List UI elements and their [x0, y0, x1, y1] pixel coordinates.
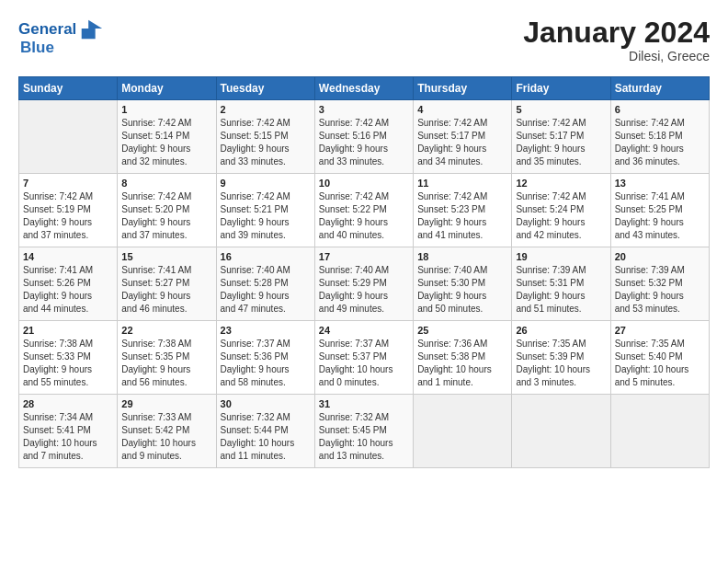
calendar-cell: 2Sunrise: 7:42 AM Sunset: 5:15 PM Daylig… — [216, 100, 314, 174]
calendar-cell: 21Sunrise: 7:38 AM Sunset: 5:33 PM Dayli… — [19, 321, 118, 395]
logo: General Blue — [18, 17, 104, 57]
day-number: 22 — [121, 325, 211, 336]
day-number: 29 — [121, 398, 211, 409]
day-number: 15 — [121, 251, 211, 262]
calendar-cell: 25Sunrise: 7:36 AM Sunset: 5:38 PM Dayli… — [414, 321, 512, 395]
calendar-week-row: 14Sunrise: 7:41 AM Sunset: 5:26 PM Dayli… — [19, 247, 710, 321]
cell-content: Sunrise: 7:32 AM Sunset: 5:44 PM Dayligh… — [221, 411, 311, 463]
calendar-cell: 8Sunrise: 7:42 AM Sunset: 5:20 PM Daylig… — [118, 174, 216, 247]
calendar-cell: 15Sunrise: 7:41 AM Sunset: 5:27 PM Dayli… — [118, 247, 216, 321]
day-number: 31 — [319, 398, 409, 409]
day-number: 17 — [319, 251, 409, 262]
calendar-cell: 28Sunrise: 7:34 AM Sunset: 5:41 PM Dayli… — [19, 395, 118, 468]
day-number: 2 — [221, 104, 311, 115]
day-number: 30 — [221, 398, 311, 409]
calendar-cell: 12Sunrise: 7:42 AM Sunset: 5:24 PM Dayli… — [512, 174, 610, 247]
cell-content: Sunrise: 7:42 AM Sunset: 5:21 PM Dayligh… — [221, 190, 311, 242]
day-number: 6 — [615, 104, 705, 115]
calendar-cell: 17Sunrise: 7:40 AM Sunset: 5:29 PM Dayli… — [314, 247, 413, 321]
calendar-cell — [512, 395, 610, 468]
day-number: 5 — [516, 104, 606, 115]
calendar-cell: 20Sunrise: 7:39 AM Sunset: 5:32 PM Dayli… — [610, 247, 709, 321]
cell-content: Sunrise: 7:42 AM Sunset: 5:15 PM Dayligh… — [221, 117, 311, 168]
day-number: 26 — [516, 325, 606, 336]
cell-content: Sunrise: 7:42 AM Sunset: 5:22 PM Dayligh… — [319, 190, 409, 242]
cell-content: Sunrise: 7:39 AM Sunset: 5:31 PM Dayligh… — [516, 264, 606, 316]
calendar-cell: 31Sunrise: 7:32 AM Sunset: 5:45 PM Dayli… — [314, 395, 413, 468]
day-number: 24 — [319, 325, 409, 336]
cell-content: Sunrise: 7:33 AM Sunset: 5:42 PM Dayligh… — [121, 411, 211, 463]
day-number: 11 — [417, 178, 507, 189]
calendar-cell: 4Sunrise: 7:42 AM Sunset: 5:17 PM Daylig… — [414, 100, 512, 174]
page-title: January 2024 — [523, 17, 710, 49]
calendar-cell: 18Sunrise: 7:40 AM Sunset: 5:30 PM Dayli… — [414, 247, 512, 321]
col-saturday: Saturday — [610, 77, 709, 100]
day-number: 1 — [121, 104, 211, 115]
cell-content: Sunrise: 7:38 AM Sunset: 5:33 PM Dayligh… — [23, 338, 113, 389]
calendar-cell: 26Sunrise: 7:35 AM Sunset: 5:39 PM Dayli… — [512, 321, 610, 395]
cell-content: Sunrise: 7:32 AM Sunset: 5:45 PM Dayligh… — [319, 411, 409, 463]
day-number: 10 — [319, 178, 409, 189]
day-number: 14 — [23, 251, 113, 262]
cell-content: Sunrise: 7:42 AM Sunset: 5:20 PM Dayligh… — [121, 190, 211, 242]
day-number: 19 — [516, 251, 606, 262]
cell-content: Sunrise: 7:37 AM Sunset: 5:36 PM Dayligh… — [221, 338, 311, 389]
calendar-cell: 9Sunrise: 7:42 AM Sunset: 5:21 PM Daylig… — [216, 174, 314, 247]
cell-content: Sunrise: 7:37 AM Sunset: 5:37 PM Dayligh… — [319, 338, 409, 389]
day-number: 13 — [615, 178, 705, 189]
day-number: 25 — [417, 325, 507, 336]
calendar-week-row: 1Sunrise: 7:42 AM Sunset: 5:14 PM Daylig… — [19, 100, 710, 174]
cell-content: Sunrise: 7:41 AM Sunset: 5:25 PM Dayligh… — [615, 190, 705, 242]
logo-blue: Blue — [20, 39, 54, 56]
day-number: 23 — [221, 325, 311, 336]
calendar-cell: 1Sunrise: 7:42 AM Sunset: 5:14 PM Daylig… — [118, 100, 216, 174]
calendar-cell: 10Sunrise: 7:42 AM Sunset: 5:22 PM Dayli… — [314, 174, 413, 247]
day-number: 18 — [417, 251, 507, 262]
calendar-table: Sunday Monday Tuesday Wednesday Thursday… — [18, 76, 710, 468]
col-thursday: Thursday — [414, 77, 512, 100]
calendar-cell: 29Sunrise: 7:33 AM Sunset: 5:42 PM Dayli… — [118, 395, 216, 468]
day-number: 12 — [516, 178, 606, 189]
cell-content: Sunrise: 7:42 AM Sunset: 5:17 PM Dayligh… — [516, 117, 606, 168]
day-number: 8 — [121, 178, 211, 189]
cell-content: Sunrise: 7:42 AM Sunset: 5:18 PM Dayligh… — [615, 117, 705, 168]
cell-content: Sunrise: 7:38 AM Sunset: 5:35 PM Dayligh… — [121, 338, 211, 389]
calendar-header-row: Sunday Monday Tuesday Wednesday Thursday… — [19, 77, 710, 100]
day-number: 21 — [23, 325, 113, 336]
calendar-week-row: 7Sunrise: 7:42 AM Sunset: 5:19 PM Daylig… — [19, 174, 710, 247]
calendar-cell — [610, 395, 709, 468]
cell-content: Sunrise: 7:35 AM Sunset: 5:40 PM Dayligh… — [615, 338, 705, 389]
calendar-cell: 19Sunrise: 7:39 AM Sunset: 5:31 PM Dayli… — [512, 247, 610, 321]
calendar-cell: 16Sunrise: 7:40 AM Sunset: 5:28 PM Dayli… — [216, 247, 314, 321]
day-number: 20 — [615, 251, 705, 262]
calendar-week-row: 28Sunrise: 7:34 AM Sunset: 5:41 PM Dayli… — [19, 395, 710, 468]
cell-content: Sunrise: 7:41 AM Sunset: 5:27 PM Dayligh… — [121, 264, 211, 316]
calendar-cell — [19, 100, 118, 174]
calendar-cell: 6Sunrise: 7:42 AM Sunset: 5:18 PM Daylig… — [610, 100, 709, 174]
page: General Blue January 2024 Dilesi, Greece… — [0, 0, 728, 477]
col-monday: Monday — [118, 77, 216, 100]
svg-marker-0 — [82, 20, 102, 40]
calendar-cell: 14Sunrise: 7:41 AM Sunset: 5:26 PM Dayli… — [19, 247, 118, 321]
calendar-cell: 11Sunrise: 7:42 AM Sunset: 5:23 PM Dayli… — [414, 174, 512, 247]
cell-content: Sunrise: 7:36 AM Sunset: 5:38 PM Dayligh… — [417, 338, 507, 389]
calendar-cell: 7Sunrise: 7:42 AM Sunset: 5:19 PM Daylig… — [19, 174, 118, 247]
cell-content: Sunrise: 7:42 AM Sunset: 5:16 PM Dayligh… — [319, 117, 409, 168]
cell-content: Sunrise: 7:39 AM Sunset: 5:32 PM Dayligh… — [615, 264, 705, 316]
day-number: 3 — [319, 104, 409, 115]
cell-content: Sunrise: 7:41 AM Sunset: 5:26 PM Dayligh… — [23, 264, 113, 316]
calendar-cell: 3Sunrise: 7:42 AM Sunset: 5:16 PM Daylig… — [314, 100, 413, 174]
day-number: 16 — [221, 251, 311, 262]
cell-content: Sunrise: 7:40 AM Sunset: 5:29 PM Dayligh… — [319, 264, 409, 316]
calendar-cell: 27Sunrise: 7:35 AM Sunset: 5:40 PM Dayli… — [610, 321, 709, 395]
calendar-cell: 22Sunrise: 7:38 AM Sunset: 5:35 PM Dayli… — [118, 321, 216, 395]
day-number: 7 — [23, 178, 113, 189]
calendar-cell: 13Sunrise: 7:41 AM Sunset: 5:25 PM Dayli… — [610, 174, 709, 247]
cell-content: Sunrise: 7:35 AM Sunset: 5:39 PM Dayligh… — [516, 338, 606, 389]
day-number: 4 — [417, 104, 507, 115]
col-sunday: Sunday — [19, 77, 118, 100]
calendar-cell — [414, 395, 512, 468]
calendar-cell: 24Sunrise: 7:37 AM Sunset: 5:37 PM Dayli… — [314, 321, 413, 395]
header: General Blue January 2024 Dilesi, Greece — [18, 17, 710, 63]
cell-content: Sunrise: 7:40 AM Sunset: 5:28 PM Dayligh… — [221, 264, 311, 316]
